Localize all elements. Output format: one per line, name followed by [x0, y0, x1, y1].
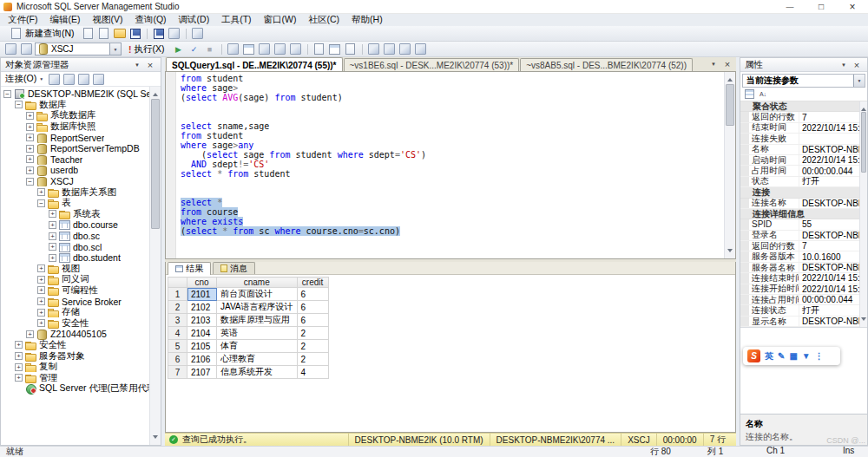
grid-cell[interactable]: 心理教育 [217, 353, 298, 366]
grid-corner-cell[interactable] [168, 277, 187, 288]
object-explorer-details-icon[interactable] [47, 72, 61, 86]
row-number[interactable]: 7 [168, 366, 187, 379]
grid-cell[interactable]: JAVA语言程序设计 [217, 301, 298, 314]
tree-item[interactable]: +系统数据库 [1, 110, 149, 121]
refresh-icon[interactable] [62, 72, 76, 86]
property-row[interactable]: 结束时间2022/10/14 15:1... [740, 123, 859, 134]
tree-item[interactable]: +视图 [1, 264, 149, 275]
collapse-expander-icon[interactable]: − [3, 90, 11, 98]
categorized-icon[interactable] [743, 88, 755, 100]
property-row[interactable]: 连接开始时间2022/10/14 15:1... [740, 284, 859, 295]
expand-expander-icon[interactable]: + [37, 319, 45, 327]
results-to-grid-icon[interactable] [328, 42, 342, 56]
grid-cell[interactable]: 体育 [217, 340, 298, 353]
grid-cell[interactable]: 6 [297, 288, 328, 301]
activity-monitor-icon[interactable] [191, 27, 205, 41]
decrease-indent-icon[interactable] [398, 42, 412, 56]
keyboard-icon[interactable]: ▦ [789, 351, 797, 361]
execute-button[interactable]: 执行(X) [123, 42, 170, 57]
include-actual-plan-icon[interactable] [273, 42, 287, 56]
expand-expander-icon[interactable]: + [26, 166, 34, 174]
collapse-expander-icon[interactable]: − [37, 199, 45, 207]
menu-item[interactable]: 查询(Q) [128, 14, 172, 26]
ime-logo-icon[interactable]: S [747, 349, 760, 362]
property-row[interactable]: 启动时间2022/10/14 15:1... [740, 155, 859, 166]
tree-item[interactable]: +Z2104405105 [1, 329, 149, 340]
cancel-query-button[interactable]: ■ [203, 42, 217, 56]
chevron-down-icon[interactable] [838, 60, 850, 70]
property-row[interactable]: 名称DESKTOP-NBM... [740, 145, 859, 155]
property-row[interactable]: 连接状态打开 [740, 305, 859, 316]
tree-item[interactable]: +同义词 [1, 274, 149, 285]
tree-item[interactable]: +可编程性 [1, 285, 149, 297]
tree-item[interactable]: +安全性 [1, 317, 149, 329]
tree-item[interactable]: +复制 [1, 362, 149, 373]
results-grid[interactable]: cnocnamecredit12101前台页面设计622102JAVA语言程序设… [168, 277, 329, 379]
editor-scrollbar[interactable] [724, 72, 735, 258]
collapse-expander-icon[interactable]: − [741, 102, 749, 110]
scrollbar-thumb[interactable] [726, 84, 734, 126]
change-connection-icon[interactable] [19, 42, 33, 56]
results-to-file-icon[interactable] [344, 42, 358, 56]
grid-cell[interactable]: 2102 [187, 301, 217, 314]
save-icon[interactable] [128, 27, 142, 41]
grid-cell[interactable]: 前台页面设计 [217, 288, 298, 301]
analysis-services-query-icon[interactable] [97, 27, 111, 41]
grid-cell[interactable]: 2 [297, 353, 328, 366]
document-tab[interactable]: ~vs1BE6.sql - DESK...ME2IK\20774 (53))* [344, 58, 520, 71]
close-icon[interactable] [837, 0, 868, 13]
stop-icon[interactable] [91, 72, 105, 86]
tree-item[interactable]: +dbo.student [1, 252, 149, 264]
grid-cell[interactable]: 数据库原理与应用 [217, 314, 298, 327]
menu-item[interactable]: 窗口(W) [258, 14, 303, 26]
tree-item[interactable]: −数据库 [1, 100, 149, 111]
filter-icon[interactable] [76, 72, 90, 86]
property-row[interactable]: 服务器名称DESKTOP-NBM... [740, 263, 859, 273]
database-combo[interactable]: XSCJ [35, 42, 122, 55]
grid-cell[interactable]: 2107 [187, 366, 217, 379]
grid-cell[interactable]: 6 [297, 314, 328, 327]
tree-item[interactable]: +管理 [1, 372, 149, 383]
comment-out-icon[interactable] [367, 42, 381, 56]
expand-expander-icon[interactable]: + [15, 341, 23, 349]
collapse-expander-icon[interactable]: − [26, 178, 34, 186]
results-to-text-icon[interactable] [312, 42, 326, 56]
property-row[interactable]: 登录名DESKTOP-NBME2IK\2... [740, 231, 859, 241]
ime-toolbar[interactable]: S 英 ✎▦▼⋮ [743, 347, 840, 365]
more-icon[interactable]: ⋮ [815, 351, 824, 361]
menu-item[interactable]: 视图(V) [86, 14, 128, 26]
property-row[interactable]: 返回的行数7 [740, 112, 859, 122]
uncomment-icon[interactable] [383, 42, 397, 56]
expand-expander-icon[interactable]: + [37, 276, 45, 284]
tree-item[interactable]: +Teacher [1, 154, 149, 166]
expand-expander-icon[interactable]: + [37, 309, 45, 317]
property-section[interactable]: −聚合状态 [740, 101, 859, 112]
collapse-expander-icon[interactable]: − [741, 188, 749, 196]
menu-item[interactable]: 社区(C) [303, 14, 346, 26]
expand-expander-icon[interactable]: + [15, 352, 23, 360]
menu-item[interactable]: 编辑(E) [43, 14, 86, 26]
tree-item[interactable]: +系统表 [1, 209, 149, 220]
tree-item[interactable]: SQL Server 代理(已禁用代理 XP) [1, 383, 149, 395]
row-number[interactable]: 3 [168, 314, 187, 327]
property-row[interactable]: 返回的行数7 [740, 241, 859, 251]
expand-expander-icon[interactable]: + [26, 145, 34, 153]
property-section[interactable]: −连接 [740, 187, 859, 198]
new-query-button[interactable]: 新建查询(N) [3, 25, 80, 42]
properties-scrollbar[interactable] [859, 101, 867, 327]
alphabetical-sort-icon[interactable] [757, 88, 769, 100]
grid-cell[interactable]: 2101 [187, 288, 217, 301]
row-number[interactable]: 2 [168, 301, 187, 314]
print-icon[interactable] [168, 27, 181, 41]
grid-cell[interactable]: 2 [297, 340, 328, 353]
expand-expander-icon[interactable]: + [49, 210, 56, 218]
menu-item[interactable]: 调试(D) [173, 14, 216, 26]
grid-cell[interactable]: 2105 [187, 340, 217, 353]
tree-item[interactable]: +dbo.sc [1, 231, 149, 242]
row-number[interactable]: 6 [168, 353, 187, 366]
expand-expander-icon[interactable]: + [37, 264, 45, 272]
close-document-icon[interactable] [721, 59, 733, 69]
grid-cell[interactable]: 2106 [187, 353, 217, 366]
increase-indent-icon[interactable] [414, 42, 428, 56]
expand-expander-icon[interactable]: + [26, 123, 34, 131]
